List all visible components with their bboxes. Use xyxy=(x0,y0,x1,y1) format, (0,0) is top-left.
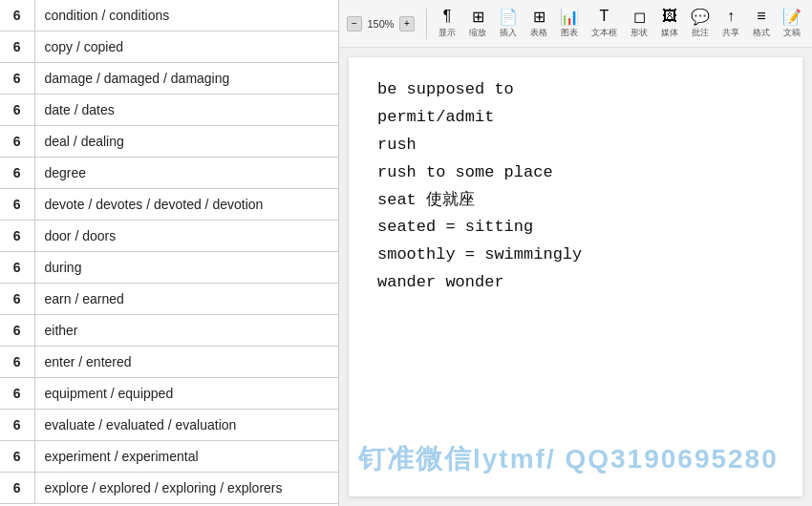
level-cell: 6 xyxy=(0,441,34,473)
word-cell: copy / copied xyxy=(34,32,338,63)
word-cell: condition / conditions xyxy=(34,0,338,32)
word-cell: equipment / equipped xyxy=(34,378,338,410)
insert-icon: 📄 xyxy=(500,8,517,25)
vocab-table: 6 condition / conditions 6 copy / copied… xyxy=(0,0,338,504)
zoom-value: 150% xyxy=(364,18,397,30)
level-cell: 6 xyxy=(0,63,34,95)
doc-line: rush xyxy=(377,132,774,159)
toolbar-item-docformat[interactable]: ≡ 格式 xyxy=(749,6,774,41)
level-cell: 6 xyxy=(0,32,34,63)
toolbar-label-table: 表格 xyxy=(530,27,547,39)
word-cell: devote / devotes / devoted / devotion xyxy=(34,189,338,221)
format-icon: ¶ xyxy=(438,8,456,25)
vocab-panel: 6 condition / conditions 6 copy / copied… xyxy=(0,0,339,506)
toolbar-label-view: 缩放 xyxy=(469,27,486,39)
doc-line: seat 使就座 xyxy=(377,187,774,215)
level-cell: 6 xyxy=(0,189,34,221)
chart-icon: 📊 xyxy=(561,8,578,25)
word-cell: damage / damaged / damaging xyxy=(34,63,338,95)
table-row: 6 date / dates xyxy=(0,95,338,126)
word-cell: explore / explored / exploring / explore… xyxy=(34,473,338,504)
doc-line: wander wonder xyxy=(377,269,774,297)
toolbar-label-media: 媒体 xyxy=(661,27,678,39)
level-cell: 6 xyxy=(0,378,34,410)
table-row: 6 condition / conditions xyxy=(0,0,338,32)
doc-line: smoothly = swimmingly xyxy=(377,242,774,269)
docformat-icon: ≡ xyxy=(753,8,770,25)
doc-line: seated = sitting xyxy=(377,214,774,242)
word-cell: during xyxy=(34,252,338,284)
toolbar-label-comment: 批注 xyxy=(692,27,709,39)
toolbar-label-shape: 形状 xyxy=(630,27,648,39)
zoom-controls[interactable]: − 150% + xyxy=(347,16,415,32)
table-row: 6 evaluate / evaluated / evaluation xyxy=(0,410,338,441)
level-cell: 6 xyxy=(0,315,34,347)
zoom-out-button[interactable]: − xyxy=(347,16,362,32)
toolbar-label-format: 显示 xyxy=(438,27,456,39)
toolbar-item-chart[interactable]: 📊 图表 xyxy=(557,6,582,41)
toolbar-divider-1 xyxy=(426,9,427,39)
table-row: 6 degree xyxy=(0,158,338,189)
toolbar-item-view[interactable]: ⊞ 缩放 xyxy=(465,6,490,41)
word-cell: experiment / experimental xyxy=(34,441,338,473)
toolbar-item-share[interactable]: ↑ 共享 xyxy=(718,6,743,41)
zoom-in-button[interactable]: + xyxy=(399,16,415,32)
document-text: be supposed topermit/admitrushrush to so… xyxy=(377,76,774,297)
toolbar-item-insert[interactable]: 📄 插入 xyxy=(496,6,521,41)
level-cell: 6 xyxy=(0,0,34,32)
table-row: 6 enter / entered xyxy=(0,347,338,378)
shape-icon: ◻ xyxy=(630,8,648,25)
word-cell: enter / entered xyxy=(34,347,338,378)
comment-icon: 💬 xyxy=(692,8,709,25)
level-cell: 6 xyxy=(0,347,34,378)
doc-line: be supposed to xyxy=(377,76,774,104)
toolbar: − 150% + ¶ 显示 ⊞ 缩放 📄 插入 ⊞ 表格 📊 图表 T 文本框 xyxy=(339,0,812,48)
doc-line: permit/admit xyxy=(377,104,774,132)
toolbar-label-text: 文本框 xyxy=(591,27,617,39)
word-cell: earn / earned xyxy=(34,284,338,315)
table-icon: ⊞ xyxy=(530,8,547,25)
table-row: 6 copy / copied xyxy=(0,32,338,63)
table-row: 6 equipment / equipped xyxy=(0,378,338,410)
level-cell: 6 xyxy=(0,284,34,315)
word-cell: door / doors xyxy=(34,221,338,252)
level-cell: 6 xyxy=(0,126,34,158)
toolbar-item-shape[interactable]: ◻ 形状 xyxy=(627,6,652,41)
toolbar-item-media[interactable]: 🖼 媒体 xyxy=(657,6,682,41)
table-row: 6 deal / dealing xyxy=(0,126,338,158)
toolbar-label-docformat: 格式 xyxy=(753,27,770,39)
document-content: be supposed topermit/admitrushrush to so… xyxy=(349,57,802,496)
table-row: 6 damage / damaged / damaging xyxy=(0,63,338,95)
toolbar-item-format[interactable]: ¶ 显示 xyxy=(435,6,459,41)
toolbar-label-doc: 文稿 xyxy=(783,27,801,39)
level-cell: 6 xyxy=(0,252,34,284)
table-row: 6 door / doors xyxy=(0,221,338,252)
doc-line: rush to some place xyxy=(377,159,774,187)
media-icon: 🖼 xyxy=(661,8,678,25)
toolbar-item-comment[interactable]: 💬 批注 xyxy=(688,6,713,41)
level-cell: 6 xyxy=(0,473,34,504)
text-icon: T xyxy=(596,8,613,25)
table-row: 6 during xyxy=(0,252,338,284)
level-cell: 6 xyxy=(0,221,34,252)
table-row: 6 experiment / experimental xyxy=(0,441,338,473)
word-cell: degree xyxy=(34,158,338,189)
level-cell: 6 xyxy=(0,410,34,441)
watermark: 钉准微信lytmf/ QQ3190695280 xyxy=(358,441,779,477)
toolbar-item-text[interactable]: T 文本框 xyxy=(588,6,621,41)
word-cell: either xyxy=(34,315,338,347)
toolbar-label-share: 共享 xyxy=(722,27,739,39)
toolbar-label-insert: 插入 xyxy=(500,27,517,39)
level-cell: 6 xyxy=(0,95,34,126)
word-cell: deal / dealing xyxy=(34,126,338,158)
document-panel: − 150% + ¶ 显示 ⊞ 缩放 📄 插入 ⊞ 表格 📊 图表 T 文本框 xyxy=(339,0,812,506)
word-cell: evaluate / evaluated / evaluation xyxy=(34,410,338,441)
table-row: 6 devote / devotes / devoted / devotion xyxy=(0,189,338,221)
toolbar-item-doc[interactable]: 📝 文稿 xyxy=(780,6,804,41)
view-icon: ⊞ xyxy=(469,8,486,25)
table-row: 6 either xyxy=(0,315,338,347)
toolbar-label-chart: 图表 xyxy=(561,27,578,39)
table-row: 6 explore / explored / exploring / explo… xyxy=(0,473,338,504)
table-row: 6 earn / earned xyxy=(0,284,338,315)
toolbar-item-table[interactable]: ⊞ 表格 xyxy=(526,6,551,41)
